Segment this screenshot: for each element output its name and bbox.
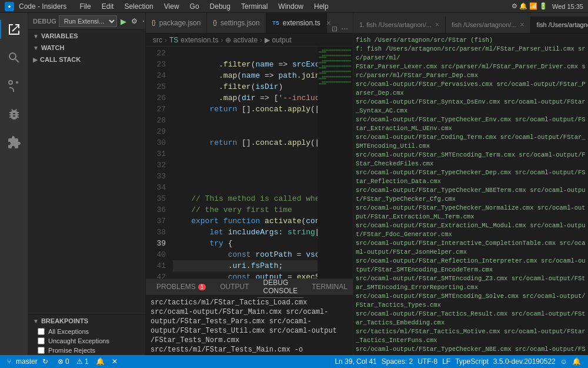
menu-window[interactable]: Window	[273, 0, 308, 13]
sync-icon[interactable]: ↻	[42, 357, 48, 366]
right-panel-content[interactable]: fish /Users/artagnon/src/FStar (fish) f:…	[353, 34, 588, 355]
tab-actions: ⊡ ⋯	[327, 25, 353, 33]
activity-bar	[0, 13, 28, 355]
split-editor-icon[interactable]: ⊡	[332, 25, 338, 33]
bp-uncaught: Uncaught Exceptions	[28, 336, 145, 346]
menu-edit[interactable]: Edit	[97, 0, 119, 13]
breadcrumb-sep2: ›	[220, 36, 223, 44]
breadcrumb: src › TS extension.ts › ⊕ activate › ▶ o…	[146, 34, 353, 47]
menu-right-icons: ⚙ 🔔 📶 🔋 Wed 15:35	[512, 2, 583, 10]
menu-terminal[interactable]: Terminal	[236, 0, 272, 13]
language-mode[interactable]: TypeScript	[455, 357, 489, 366]
app-title: Code - Insiders	[19, 2, 66, 11]
callstack-label: CALL STACK	[40, 56, 81, 63]
line-ending[interactable]: LF	[442, 357, 450, 366]
right-tab-2[interactable]: fish /Users/artagnon/... ×	[446, 16, 531, 33]
line-numbers: 2223242526 2728293031 3233343536 3738 39…	[146, 47, 171, 279]
activity-search[interactable]	[0, 44, 28, 72]
terminal-line: src/tactics/ml/FStar_Tactics_Load.cmx sr…	[151, 298, 348, 317]
main-layout: DEBUG Run Extensi... ▶ ⚙ ⋯ ▼ VARIABLES ▼…	[0, 13, 588, 355]
spaces[interactable]: Spaces: 2	[382, 357, 413, 366]
watch-header[interactable]: ▼ WATCH	[28, 42, 145, 54]
warning-count: ⚠ 1	[76, 357, 89, 366]
status-bar: ⑂ master ↻ ⊗ 0 ⚠ 1 🔔 ✕ Ln 39, Col 41 Spa…	[0, 355, 588, 368]
cursor-position[interactable]: Ln 39, Col 41	[335, 357, 376, 366]
feedback-icon[interactable]: ☺	[560, 357, 567, 366]
variables-section: ▼ VARIABLES	[28, 30, 145, 42]
right-tab-2-close[interactable]: ×	[520, 21, 524, 29]
tab-package-icon: {}	[152, 19, 156, 26]
tab-extension-label: extension.ts	[283, 19, 320, 27]
right-tab-1-label: 1. fish /Users/artagnon/...	[359, 21, 432, 28]
breakpoints-header[interactable]: ▼ BREAKPOINTS	[28, 315, 145, 327]
variables-chevron: ▼	[33, 33, 39, 39]
right-tab-2-label: fish /Users/artagnon/...	[452, 21, 517, 28]
menu-file[interactable]: File	[75, 0, 95, 13]
callstack-section: ▶ CALL STACK	[28, 54, 145, 65]
menu-debug[interactable]: Debug	[205, 0, 235, 13]
panel-tab-debug-console[interactable]: DEBUG CONSOLE	[258, 276, 304, 298]
status-right: Ln 39, Col 41 Spaces: 2 UTF-8 LF TypeScr…	[335, 357, 581, 366]
menu-view[interactable]: View	[159, 0, 184, 13]
right-tab-3[interactable]: fish /Users/artagnon/... ×	[531, 16, 588, 33]
breadcrumb-filename: extension.ts	[181, 36, 218, 44]
panel-tabs: PROBLEMS1 OUTPUT DEBUG CONSOLE TERMINAL …	[146, 279, 353, 296]
run-config-select[interactable]: Run Extensi...	[59, 15, 117, 27]
watch-chevron: ▼	[33, 45, 39, 51]
editor-area: {} package.json × {} settings.json × TS …	[146, 13, 353, 355]
bp-uncaught-checkbox[interactable]	[38, 337, 45, 344]
menu-selection[interactable]: Selection	[119, 0, 158, 13]
activity-debug[interactable]	[0, 100, 28, 128]
variables-label: VARIABLES	[41, 32, 78, 39]
breakpoints-section: ▼ BREAKPOINTS All Exceptions Uncaught Ex…	[28, 314, 145, 355]
git-branch[interactable]: master	[16, 357, 38, 366]
watch-section: ▼ WATCH	[28, 42, 145, 54]
tab-settings-label: settings.json	[220, 19, 260, 27]
more-tabs-icon[interactable]: ⋯	[341, 25, 348, 33]
bp-promise-checkbox[interactable]	[38, 347, 45, 354]
more-icon[interactable]: ⋯	[141, 16, 146, 26]
notification-icon: 🔔	[96, 357, 105, 366]
right-tab-1[interactable]: 1. fish /Users/artagnon/... ×	[353, 16, 446, 33]
menu-go[interactable]: Go	[185, 0, 204, 13]
panel-content[interactable]: src/tactics/ml/FStar_Tactics_Load.cmx sr…	[146, 296, 353, 355]
encoding[interactable]: UTF-8	[417, 357, 437, 366]
panel-tab-problems[interactable]: PROBLEMS1	[151, 280, 212, 294]
activity-explorer[interactable]	[0, 15, 28, 44]
callstack-chevron: ▶	[33, 57, 38, 63]
git-icon: ⑂	[7, 358, 11, 365]
panel-tab-output[interactable]: OUTPUT	[214, 280, 255, 294]
bp-all-exceptions-checkbox[interactable]	[38, 328, 45, 335]
menu-help[interactable]: Help	[309, 0, 333, 13]
remote-icon: ✕	[112, 357, 118, 366]
activity-extensions[interactable]	[0, 128, 28, 157]
tab-extension-icon: TS	[272, 20, 279, 26]
minimap: ████████████████████████████████████████…	[318, 47, 353, 279]
tab-package-json[interactable]: {} package.json ×	[146, 13, 207, 33]
breakpoints-chevron: ▼	[33, 318, 39, 324]
tab-extension-ts[interactable]: TS extension.ts ×	[266, 13, 327, 33]
start-debug-button[interactable]: ▶	[119, 16, 128, 27]
panel-tab-terminal[interactable]: TERMINAL	[306, 280, 353, 294]
tab-settings-icon: {}	[213, 19, 217, 26]
right-tab-1-close[interactable]: ×	[435, 21, 439, 29]
code-content[interactable]: .filter(name => srcExcludes.indexOf(name…	[171, 47, 318, 279]
terminal-line: /FStar_Tests_Norm.cmx src/tests/ml/FStar…	[151, 336, 348, 355]
error-count: ⊗ 0	[58, 357, 69, 366]
breakpoints-label: BREAKPOINTS	[41, 317, 88, 324]
callstack-header[interactable]: ▶ CALL STACK	[28, 54, 145, 65]
gear-icon[interactable]: ⚙	[130, 16, 139, 26]
activity-git[interactable]	[0, 72, 28, 100]
variables-header[interactable]: ▼ VARIABLES	[28, 30, 145, 42]
bp-uncaught-label: Uncaught Exceptions	[48, 337, 109, 344]
bp-promise: Promise Rejects	[28, 346, 145, 355]
problems-badge: 1	[198, 284, 206, 290]
version-info: 3.5.0-dev.20190522	[493, 357, 556, 366]
debug-label: DEBUG	[33, 18, 56, 25]
tab-settings-json[interactable]: {} settings.json ×	[207, 13, 266, 33]
sidebar: DEBUG Run Extensi... ▶ ⚙ ⋯ ▼ VARIABLES ▼…	[28, 13, 146, 355]
breadcrumb-output: ▶ output	[265, 36, 292, 44]
notification-bell[interactable]: 🔔	[572, 357, 581, 366]
bp-all-exceptions: All Exceptions	[28, 327, 145, 336]
clock: Wed 15:35	[552, 3, 583, 10]
